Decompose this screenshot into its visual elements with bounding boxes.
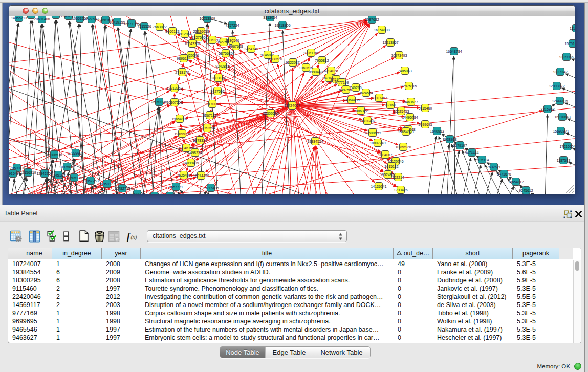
graph-edge[interactable]: [177, 77, 180, 84]
table-row[interactable]: 969969511998Structural magnetic resonanc…: [8, 317, 573, 325]
show-columns-button[interactable]: [28, 230, 40, 243]
graph-edge[interactable]: [180, 102, 288, 105]
graph-edge[interactable]: [189, 60, 289, 103]
create-column-button[interactable]: [78, 230, 90, 243]
graph-node[interactable]: 3624554: [359, 89, 373, 97]
graph-node[interactable]: 8813054: [263, 16, 277, 21]
table-select-dropdown[interactable]: citations_edges.txt: [147, 230, 347, 242]
graph-edge[interactable]: [105, 116, 266, 194]
close-panel-icon[interactable]: [575, 210, 582, 218]
select-all-button[interactable]: [46, 230, 58, 243]
graph-edge[interactable]: [316, 147, 321, 194]
graph-edge[interactable]: [208, 120, 209, 123]
graph-node[interactable]: 16210643: [554, 113, 570, 121]
tab-edge-table[interactable]: Edge Table: [266, 347, 313, 358]
graph-node[interactable]: 16053809: [199, 16, 215, 23]
graph-edge[interactable]: [200, 24, 207, 194]
graph-edge[interactable]: [484, 172, 492, 194]
graph-edge[interactable]: [565, 74, 575, 90]
graph-node[interactable]: 10654112: [508, 178, 524, 186]
column-header-short[interactable]: short: [433, 248, 513, 259]
graph-node[interactable]: 2803144: [211, 74, 225, 82]
unselect-all-button[interactable]: [60, 230, 72, 243]
graph-node[interactable]: 9227342: [553, 68, 567, 76]
table-mode-button[interactable]: [10, 230, 22, 243]
table-row[interactable]: 2242004622012Investigating the contribut…: [8, 293, 573, 301]
graph-edge[interactable]: [218, 83, 219, 87]
graph-node[interactable]: 1527602: [84, 16, 98, 23]
graph-node[interactable]: 15720407: [359, 117, 375, 125]
table-row[interactable]: 1830029562008Estimation of significance …: [8, 276, 573, 285]
scrollbar-thumb[interactable]: [575, 261, 579, 271]
graph-edge[interactable]: [186, 167, 188, 171]
graph-edge[interactable]: [294, 110, 364, 194]
graph-node[interactable]: 3215958: [540, 105, 554, 113]
graph-node[interactable]: 10688609: [364, 129, 380, 137]
function-builder-button[interactable]: f (x): [126, 230, 139, 243]
column-header-pagerank[interactable]: pagerank: [513, 248, 559, 259]
table-row[interactable]: 911546021997Tourette syndrome. Phenomeno…: [8, 285, 573, 293]
graph-node[interactable]: 16154808: [374, 26, 389, 34]
graph-edge[interactable]: [9, 114, 266, 164]
network-canvas[interactable]: 1405571396052752069140615857265194873081…: [9, 16, 575, 194]
graph-node[interactable]: 14136141: [371, 183, 386, 190]
graph-node[interactable]: 1733426: [394, 186, 407, 194]
graph-edge[interactable]: [487, 163, 490, 165]
column-header-year[interactable]: year: [102, 248, 141, 259]
graph-node[interactable]: 12975115: [401, 82, 417, 90]
graph-edge[interactable]: [184, 139, 185, 144]
graph-node[interactable]: 12423448: [129, 190, 145, 194]
graph-edge[interactable]: [427, 136, 437, 194]
graph-node[interactable]: 917006: [206, 100, 218, 108]
graph-node[interactable]: 1187533: [557, 157, 571, 164]
graph-edge[interactable]: [531, 193, 549, 194]
graph-node[interactable]: 10756928: [395, 143, 411, 151]
graph-edge[interactable]: [118, 27, 138, 194]
graph-edge[interactable]: [42, 25, 48, 194]
graph-node[interactable]: 3454749: [244, 45, 258, 53]
graph-edge[interactable]: [442, 134, 446, 137]
graph-node[interactable]: 19218906: [274, 21, 290, 29]
graph-node[interactable]: 12093872: [549, 82, 564, 90]
graph-node[interactable]: 9912954: [178, 30, 191, 38]
graph-edge[interactable]: [9, 178, 10, 194]
graph-edge[interactable]: [509, 177, 512, 180]
graph-node[interactable]: 16914479: [193, 172, 209, 180]
graph-node[interactable]: 15751074: [564, 40, 575, 48]
graph-node[interactable]: 10807487: [371, 94, 387, 102]
close-button[interactable]: [23, 8, 29, 14]
graph-edge[interactable]: [569, 162, 575, 178]
table-row[interactable]: 1456911722003Disruption of a novel membe…: [8, 301, 573, 309]
graph-edge[interactable]: [454, 57, 455, 194]
graph-node[interactable]: 7485063: [398, 67, 411, 75]
graph-node[interactable]: 7986322: [354, 107, 367, 115]
graph-node[interactable]: 14055713: [11, 16, 27, 22]
minimize-button[interactable]: [32, 8, 38, 14]
graph-node[interactable]: 9699695: [418, 121, 432, 128]
table-row[interactable]: 946554611997Estimation of the future num…: [8, 325, 573, 334]
graph-edge[interactable]: [211, 109, 211, 111]
graph-node[interactable]: 9329966: [559, 53, 573, 61]
graph-node[interactable]: 9245612: [519, 187, 533, 194]
network-window-titlebar[interactable]: citations_edges.txt: [9, 6, 575, 16]
graph-edge[interactable]: [180, 89, 288, 105]
table-row[interactable]: 977716911998Corpus callosum shape and si…: [8, 309, 573, 317]
graph-node[interactable]: 7357234: [225, 21, 239, 29]
graph-edge[interactable]: [195, 24, 368, 194]
graph-node[interactable]: 19384554: [307, 138, 323, 145]
graph-node[interactable]: 21364436: [343, 96, 359, 104]
graph-edge[interactable]: [152, 107, 159, 194]
graph-edge[interactable]: [573, 148, 575, 164]
table-row[interactable]: 946362711997Embryonic stem cells: a mode…: [8, 334, 573, 342]
graph-edge[interactable]: [183, 63, 183, 68]
memory-ok-indicator[interactable]: [574, 363, 581, 370]
graph-node[interactable]: 15692971: [553, 127, 569, 135]
graph-node[interactable]: 12213363: [166, 84, 182, 92]
graph-edge[interactable]: [572, 59, 575, 75]
table-row[interactable]: 1938455462009Genome−wide association stu…: [8, 268, 573, 276]
column-header-out_degree[interactable]: out_de…: [394, 248, 433, 259]
graph-node[interactable]: 1112489: [570, 25, 575, 32]
resize-grip[interactable]: [566, 185, 574, 193]
graph-edge[interactable]: [545, 115, 548, 194]
graph-node[interactable]: 12213967: [382, 39, 398, 47]
